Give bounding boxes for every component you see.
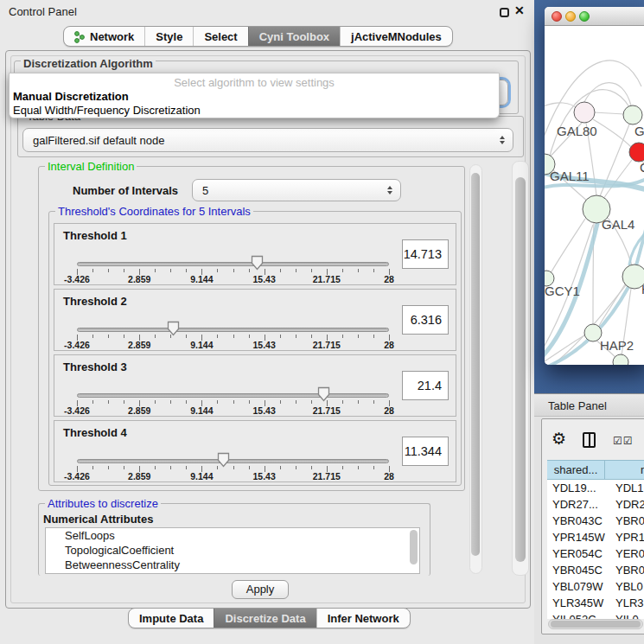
slider-tick [358, 466, 359, 469]
tab-style[interactable]: Style [144, 27, 193, 46]
network-edge[interactable] [603, 160, 632, 199]
slider-tick [233, 335, 234, 338]
slider-tick-label: 28 [384, 471, 394, 481]
threshold-value-field[interactable]: 11.344 [402, 437, 449, 466]
table-data-combobox[interactable]: galFiltered.sif default node [22, 128, 513, 152]
threshold-value-field[interactable]: 6.316 [402, 305, 449, 335]
slider-tick [155, 400, 156, 404]
threshold-panel-1: Threshold 1-3.4262.8599.14415.4321.71528… [54, 223, 456, 285]
slider-tick [217, 269, 218, 272]
attributes-scrollbar-thumb[interactable] [410, 530, 418, 564]
network-window-titlebar[interactable] [545, 7, 644, 26]
tab-cyni-toolbox[interactable]: Cyni Toolbox [248, 27, 340, 46]
slider-tick [155, 466, 156, 469]
combo-spinner-icon [387, 186, 392, 194]
float-window-icon[interactable] [500, 8, 509, 17]
network-canvas[interactable]: GAL80GACGAL11GAL4GCY1HHAP2 [545, 26, 644, 365]
number-of-intervals-combobox[interactable]: 5 [192, 179, 401, 201]
network-node-gal80[interactable] [574, 102, 595, 123]
table-row[interactable]: YBR045CYBR0 [547, 562, 644, 578]
slider-track[interactable] [77, 262, 389, 266]
slider-tick [373, 466, 374, 469]
slider-track[interactable] [77, 459, 389, 463]
threshold-value-field[interactable]: 21.4 [402, 371, 449, 400]
network-node-label: GA [634, 124, 644, 138]
dropdown-prompt-item[interactable]: Select algorithm to view settings [10, 76, 499, 90]
list-item-selfloops[interactable]: SelfLoops [46, 528, 419, 543]
threshold-label: Threshold 1 [63, 229, 127, 242]
table-row[interactable]: YLR345WYLR3 [547, 595, 644, 611]
slider-thumb[interactable] [251, 255, 264, 274]
network-edge[interactable] [551, 219, 585, 273]
tab-discretize-data[interactable]: Discretize Data [214, 609, 316, 628]
network-node-ga[interactable] [623, 105, 642, 124]
split-columns-icon[interactable] [583, 432, 596, 448]
network-node-partial[interactable] [613, 354, 628, 365]
slider-tick [108, 269, 109, 272]
slider-tick [155, 335, 156, 338]
threshold-value-field[interactable]: 14.713 [402, 239, 449, 269]
slider-tick [124, 335, 124, 338]
mac-close-icon[interactable] [552, 11, 562, 22]
table-row[interactable]: YER054CYER0 [547, 545, 644, 562]
network-node-hap2[interactable] [584, 324, 602, 341]
table-row[interactable]: YIL052CYIL0 [547, 611, 644, 619]
network-edge[interactable] [584, 83, 631, 105]
slider-tick [249, 269, 250, 272]
slider-track[interactable] [77, 328, 389, 332]
slider-thumb[interactable] [317, 386, 330, 405]
table-row[interactable]: YDR27...YDR2 [547, 496, 644, 513]
slider-tick [108, 466, 109, 469]
cell-name: YDL1 [605, 480, 644, 496]
network-edge[interactable] [594, 112, 624, 114]
table-row[interactable]: YBL079WYBL0 [547, 578, 644, 595]
control-panel-title: Control Panel [9, 5, 77, 18]
mac-zoom-icon[interactable] [579, 11, 590, 22]
table-row[interactable]: YPR145WYPR1 [547, 529, 644, 545]
checkbox-pair-icon[interactable]: ☑☑ [613, 435, 634, 447]
cell-shared-name: YBL079W [547, 578, 605, 595]
node-table[interactable]: shared...n YDL19...YDL1YDR27...YDR2YBR04… [547, 460, 644, 619]
network-edge[interactable] [545, 103, 577, 109]
tab-network-label: Network [90, 30, 134, 43]
tab-select[interactable]: Select [193, 27, 247, 46]
tab-impute-data[interactable]: Impute Data [129, 609, 214, 628]
threshold-label: Threshold 4 [63, 426, 127, 439]
cell-name: YDR2 [605, 496, 644, 513]
table-data-value: galFiltered.sif default node [33, 134, 164, 147]
mac-minimize-icon[interactable] [565, 11, 576, 22]
dropdown-option-manual-discretization[interactable]: Manual Discretization [10, 90, 499, 104]
numerical-attributes-list[interactable]: SelfLoopsTopologicalCoefficientBetweenne… [45, 527, 420, 574]
slider-track[interactable] [77, 393, 389, 398]
table-row[interactable]: YBR043CYBR0 [547, 513, 644, 529]
list-item-topologicalcoefficient[interactable]: TopologicalCoefficient [46, 543, 419, 558]
column-header-n[interactable]: n [605, 460, 644, 480]
network-view-window[interactable]: GAL80GACGAL11GAL4GCY1HHAP2 [545, 7, 644, 365]
slider-tick-label: -3.426 [64, 405, 90, 416]
slider-tick [296, 466, 296, 469]
slider-tick-label: 28 [384, 340, 394, 350]
tab-jactivemnodules[interactable]: jActiveMNodules [340, 27, 452, 46]
close-icon[interactable]: ✕ [514, 3, 525, 17]
list-item-betweennesscentrality[interactable]: BetweennessCentrality [46, 558, 419, 572]
slider-tick-label: 9.144 [190, 471, 213, 481]
slider-tick-label: -3.426 [64, 274, 90, 284]
tab-infer-network[interactable]: Infer Network [316, 609, 410, 628]
network-node-c[interactable] [629, 143, 644, 162]
column-header-shared-[interactable]: shared... [547, 460, 605, 480]
slider-tick-label: 2.859 [128, 340, 150, 350]
slider-thumb[interactable] [217, 452, 230, 471]
inner-scrollbar-thumb[interactable] [471, 173, 480, 556]
outer-scrollbar-thumb[interactable] [515, 177, 526, 562]
slider-tick [233, 269, 234, 272]
apply-button[interactable]: Apply [232, 580, 289, 599]
tab-network[interactable]: Network [64, 27, 144, 46]
slider-tick [342, 466, 343, 469]
gear-icon[interactable]: ⚙ [552, 429, 566, 449]
slider-tick-label: 2.859 [128, 274, 150, 284]
table-row[interactable]: YDL19...YDL1 [547, 480, 644, 496]
slider-thumb[interactable] [167, 321, 180, 340]
dropdown-option-equal-width[interactable]: Equal Width/Frequency Discretization [10, 104, 499, 118]
table-hscrollbar-thumb[interactable] [551, 621, 641, 628]
slider-tick-label: 15.43 [252, 340, 275, 350]
